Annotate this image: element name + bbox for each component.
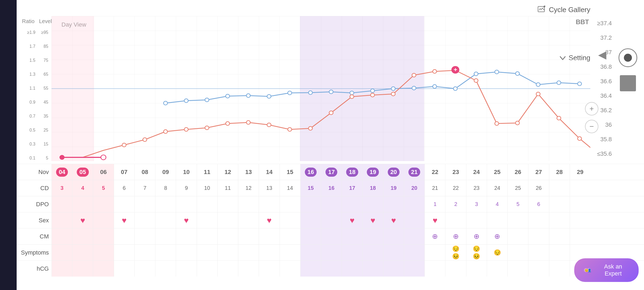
hcg-04[interactable] (52, 261, 72, 277)
sym-24[interactable]: 😔 😣 (466, 245, 487, 260)
hcg-21[interactable] (404, 261, 425, 277)
cm-20[interactable] (383, 229, 404, 244)
cycle-gallery-button[interactable]: Cycle Gallery (537, 5, 590, 14)
hcg-07[interactable] (114, 261, 134, 277)
cm-25[interactable]: ⊕ (487, 229, 507, 244)
cm-23[interactable]: ⊕ (445, 229, 466, 244)
hcg-19[interactable] (363, 261, 383, 277)
hcg-27[interactable] (528, 261, 549, 277)
cell-nov-05[interactable]: 05 (72, 164, 93, 180)
hcg-20[interactable] (383, 261, 404, 277)
sym-12[interactable] (217, 245, 238, 260)
sym-26[interactable] (507, 245, 528, 260)
hcg-11[interactable] (197, 261, 217, 277)
hcg-16[interactable] (300, 261, 321, 277)
zoom-in-button[interactable]: + (585, 102, 598, 115)
sym-21[interactable] (404, 245, 425, 260)
zoom-out-button[interactable]: − (585, 120, 598, 133)
cell-nov-17[interactable]: 17 (321, 164, 342, 180)
cell-nov-29[interactable]: 29 (570, 164, 590, 180)
sex-13[interactable] (238, 212, 259, 228)
cm-08[interactable] (134, 229, 155, 244)
hcg-24[interactable] (466, 261, 487, 277)
sex-20[interactable]: ♥ (383, 212, 404, 228)
sex-14[interactable]: ♥ (259, 212, 279, 228)
cm-13[interactable] (238, 229, 259, 244)
cm-22[interactable]: ⊕ (425, 229, 445, 244)
sym-22[interactable] (425, 245, 445, 260)
sex-08[interactable] (134, 212, 155, 228)
sex-15[interactable] (280, 212, 300, 228)
hcg-12[interactable] (217, 261, 238, 277)
cm-27[interactable] (528, 229, 549, 244)
sym-28[interactable] (549, 245, 570, 260)
cell-nov-14[interactable]: 14 (259, 164, 279, 180)
hcg-15[interactable] (280, 261, 300, 277)
sex-05[interactable]: ♥ (72, 212, 93, 228)
cm-07[interactable] (114, 229, 134, 244)
cell-nov-20[interactable]: 20 (383, 164, 404, 180)
cm-11[interactable] (197, 229, 217, 244)
sex-22[interactable]: ♥ (425, 212, 445, 228)
sex-17[interactable] (321, 212, 342, 228)
cell-nov-11[interactable]: 11 (197, 164, 217, 180)
cm-09[interactable] (155, 229, 176, 244)
square-button[interactable] (620, 75, 636, 91)
cell-nov-28[interactable]: 28 (549, 164, 570, 180)
sym-17[interactable] (321, 245, 342, 260)
cm-28[interactable] (549, 229, 570, 244)
cell-nov-26[interactable]: 26 (507, 164, 528, 180)
cell-nov-04[interactable]: 04 (52, 164, 72, 180)
sym-04[interactable] (52, 245, 72, 260)
sex-24[interactable] (466, 212, 487, 228)
sex-18[interactable]: ♥ (342, 212, 362, 228)
cell-nov-12[interactable]: 12 (217, 164, 238, 180)
cm-05[interactable] (72, 229, 93, 244)
cm-24[interactable]: ⊕ (466, 229, 487, 244)
cell-nov-22[interactable]: 22 (425, 164, 445, 180)
cell-nov-09[interactable]: 09 (155, 164, 176, 180)
sex-16[interactable] (300, 212, 321, 228)
sex-21[interactable] (404, 212, 425, 228)
hcg-13[interactable] (238, 261, 259, 277)
cell-nov-21[interactable]: 21 (404, 164, 425, 180)
cm-18[interactable] (342, 229, 362, 244)
cell-nov-23[interactable]: 23 (445, 164, 466, 180)
sex-29[interactable] (570, 212, 590, 228)
cell-nov-25[interactable]: 25 (487, 164, 507, 180)
cm-10[interactable] (176, 229, 196, 244)
hcg-05[interactable] (72, 261, 93, 277)
sym-23[interactable]: 😔 😣 (445, 245, 466, 260)
cell-nov-15[interactable]: 15 (280, 164, 300, 180)
cm-16[interactable] (300, 229, 321, 244)
cell-nov-18[interactable]: 18 (342, 164, 362, 180)
sex-26[interactable] (507, 212, 528, 228)
sym-13[interactable] (238, 245, 259, 260)
sym-19[interactable] (363, 245, 383, 260)
sym-06[interactable] (93, 245, 114, 260)
cm-04[interactable] (52, 229, 72, 244)
cell-nov-07[interactable]: 07 (114, 164, 134, 180)
cm-06[interactable] (93, 229, 114, 244)
sym-05[interactable] (72, 245, 93, 260)
cell-nov-08[interactable]: 08 (134, 164, 155, 180)
sex-28[interactable] (549, 212, 570, 228)
cm-14[interactable] (259, 229, 279, 244)
cell-nov-19[interactable]: 19 (363, 164, 383, 180)
hcg-14[interactable] (259, 261, 279, 277)
sex-11[interactable] (197, 212, 217, 228)
sex-19[interactable]: ♥ (363, 212, 383, 228)
cm-17[interactable] (321, 229, 342, 244)
sym-14[interactable] (259, 245, 279, 260)
hcg-17[interactable] (321, 261, 342, 277)
cell-nov-27[interactable]: 27 (528, 164, 549, 180)
cell-nov-06[interactable]: 06 (93, 164, 114, 180)
sym-10[interactable] (176, 245, 196, 260)
hcg-10[interactable] (176, 261, 196, 277)
cm-26[interactable] (507, 229, 528, 244)
cm-21[interactable] (404, 229, 425, 244)
sym-16[interactable] (300, 245, 321, 260)
sex-07[interactable]: ♥ (114, 212, 134, 228)
sex-04[interactable] (52, 212, 72, 228)
cm-19[interactable] (363, 229, 383, 244)
